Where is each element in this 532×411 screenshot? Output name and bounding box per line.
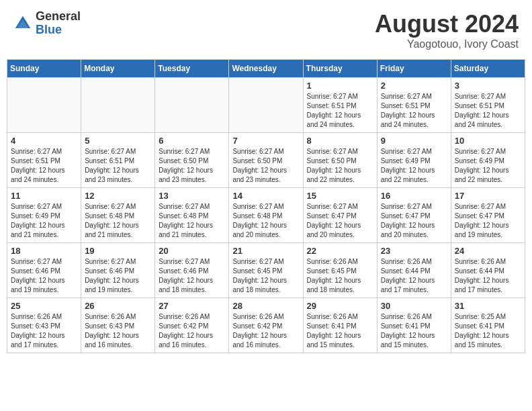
day-info: Sunrise: 6:27 AM Sunset: 6:46 PM Dayligh… <box>159 257 225 295</box>
day-info: Sunrise: 6:26 AM Sunset: 6:43 PM Dayligh… <box>85 312 151 350</box>
weekday-header-thursday: Thursday <box>303 60 377 78</box>
day-cell: 11Sunrise: 6:27 AM Sunset: 6:49 PM Dayli… <box>7 188 81 243</box>
day-cell: 2Sunrise: 6:27 AM Sunset: 6:51 PM Daylig… <box>377 78 451 133</box>
day-info: Sunrise: 6:26 AM Sunset: 6:42 PM Dayligh… <box>232 312 299 350</box>
day-info: Sunrise: 6:27 AM Sunset: 6:49 PM Dayligh… <box>455 147 521 185</box>
day-number: 25 <box>11 301 77 311</box>
day-number: 29 <box>307 301 373 311</box>
day-number: 10 <box>455 136 521 146</box>
weekday-header-monday: Monday <box>81 60 155 78</box>
day-info: Sunrise: 6:27 AM Sunset: 6:51 PM Dayligh… <box>11 147 77 185</box>
day-info: Sunrise: 6:26 AM Sunset: 6:44 PM Dayligh… <box>381 257 447 295</box>
day-cell: 12Sunrise: 6:27 AM Sunset: 6:48 PM Dayli… <box>81 188 155 243</box>
day-cell: 13Sunrise: 6:27 AM Sunset: 6:48 PM Dayli… <box>155 188 229 243</box>
week-row-1: 1Sunrise: 6:27 AM Sunset: 6:51 PM Daylig… <box>7 78 525 133</box>
day-cell: 18Sunrise: 6:27 AM Sunset: 6:46 PM Dayli… <box>7 243 81 298</box>
day-info: Sunrise: 6:27 AM Sunset: 6:48 PM Dayligh… <box>159 202 225 240</box>
day-cell: 6Sunrise: 6:27 AM Sunset: 6:50 PM Daylig… <box>155 133 229 188</box>
day-cell <box>229 78 303 133</box>
day-info: Sunrise: 6:27 AM Sunset: 6:51 PM Dayligh… <box>85 147 151 185</box>
day-cell: 27Sunrise: 6:26 AM Sunset: 6:42 PM Dayli… <box>155 298 229 353</box>
day-number: 1 <box>307 81 373 91</box>
day-number: 9 <box>381 136 447 146</box>
week-row-3: 11Sunrise: 6:27 AM Sunset: 6:49 PM Dayli… <box>7 188 525 243</box>
day-cell: 4Sunrise: 6:27 AM Sunset: 6:51 PM Daylig… <box>7 133 81 188</box>
day-info: Sunrise: 6:26 AM Sunset: 6:43 PM Dayligh… <box>11 312 77 350</box>
weekday-header-row: SundayMondayTuesdayWednesdayThursdayFrid… <box>7 60 525 78</box>
day-cell: 24Sunrise: 6:26 AM Sunset: 6:44 PM Dayli… <box>451 243 525 298</box>
title-block: August 2024 Yaogotouo, Ivory Coast <box>375 10 519 50</box>
weekday-header-tuesday: Tuesday <box>155 60 229 78</box>
logo-blue: Blue <box>36 24 81 37</box>
day-number: 26 <box>85 301 151 311</box>
location: Yaogotouo, Ivory Coast <box>375 38 519 50</box>
day-info: Sunrise: 6:27 AM Sunset: 6:50 PM Dayligh… <box>307 147 373 185</box>
week-row-4: 18Sunrise: 6:27 AM Sunset: 6:46 PM Dayli… <box>7 243 525 298</box>
day-cell: 3Sunrise: 6:27 AM Sunset: 6:51 PM Daylig… <box>451 78 525 133</box>
day-info: Sunrise: 6:27 AM Sunset: 6:47 PM Dayligh… <box>307 202 373 240</box>
week-row-2: 4Sunrise: 6:27 AM Sunset: 6:51 PM Daylig… <box>7 133 525 188</box>
calendar-table: SundayMondayTuesdayWednesdayThursdayFrid… <box>7 59 525 353</box>
day-number: 5 <box>85 136 151 146</box>
logo-icon <box>13 14 32 33</box>
day-info: Sunrise: 6:27 AM Sunset: 6:45 PM Dayligh… <box>232 257 299 295</box>
day-cell <box>7 78 81 133</box>
day-info: Sunrise: 6:25 AM Sunset: 6:41 PM Dayligh… <box>455 312 521 350</box>
day-number: 18 <box>11 246 77 256</box>
day-number: 11 <box>11 191 77 201</box>
day-number: 24 <box>455 246 521 256</box>
day-number: 12 <box>85 191 151 201</box>
day-number: 23 <box>381 246 447 256</box>
day-cell: 29Sunrise: 6:26 AM Sunset: 6:41 PM Dayli… <box>303 298 377 353</box>
day-number: 20 <box>159 246 225 256</box>
day-cell <box>155 78 229 133</box>
day-info: Sunrise: 6:26 AM Sunset: 6:41 PM Dayligh… <box>381 312 447 350</box>
day-info: Sunrise: 6:27 AM Sunset: 6:48 PM Dayligh… <box>85 202 151 240</box>
day-cell: 26Sunrise: 6:26 AM Sunset: 6:43 PM Dayli… <box>81 298 155 353</box>
day-cell: 20Sunrise: 6:27 AM Sunset: 6:46 PM Dayli… <box>155 243 229 298</box>
day-info: Sunrise: 6:27 AM Sunset: 6:46 PM Dayligh… <box>85 257 151 295</box>
day-cell: 15Sunrise: 6:27 AM Sunset: 6:47 PM Dayli… <box>303 188 377 243</box>
day-cell: 16Sunrise: 6:27 AM Sunset: 6:47 PM Dayli… <box>377 188 451 243</box>
day-cell: 25Sunrise: 6:26 AM Sunset: 6:43 PM Dayli… <box>7 298 81 353</box>
day-cell: 5Sunrise: 6:27 AM Sunset: 6:51 PM Daylig… <box>81 133 155 188</box>
day-number: 21 <box>232 246 299 256</box>
day-info: Sunrise: 6:27 AM Sunset: 6:51 PM Dayligh… <box>455 92 521 130</box>
day-number: 15 <box>307 191 373 201</box>
day-info: Sunrise: 6:26 AM Sunset: 6:41 PM Dayligh… <box>307 312 373 350</box>
day-info: Sunrise: 6:27 AM Sunset: 6:50 PM Dayligh… <box>232 147 299 185</box>
day-info: Sunrise: 6:27 AM Sunset: 6:48 PM Dayligh… <box>232 202 299 240</box>
day-number: 6 <box>159 136 225 146</box>
page-header: General Blue August 2024 Yaogotouo, Ivor… <box>7 7 525 54</box>
month-year: August 2024 <box>375 10 519 38</box>
day-cell: 9Sunrise: 6:27 AM Sunset: 6:49 PM Daylig… <box>377 133 451 188</box>
day-info: Sunrise: 6:27 AM Sunset: 6:49 PM Dayligh… <box>381 147 447 185</box>
day-number: 4 <box>11 136 77 146</box>
day-cell: 19Sunrise: 6:27 AM Sunset: 6:46 PM Dayli… <box>81 243 155 298</box>
day-cell: 31Sunrise: 6:25 AM Sunset: 6:41 PM Dayli… <box>451 298 525 353</box>
day-number: 30 <box>381 301 447 311</box>
day-number: 19 <box>85 246 151 256</box>
day-number: 22 <box>307 246 373 256</box>
day-info: Sunrise: 6:26 AM Sunset: 6:42 PM Dayligh… <box>159 312 225 350</box>
day-cell: 21Sunrise: 6:27 AM Sunset: 6:45 PM Dayli… <box>229 243 303 298</box>
weekday-header-wednesday: Wednesday <box>229 60 303 78</box>
day-cell: 17Sunrise: 6:27 AM Sunset: 6:47 PM Dayli… <box>451 188 525 243</box>
day-cell: 1Sunrise: 6:27 AM Sunset: 6:51 PM Daylig… <box>303 78 377 133</box>
day-cell: 22Sunrise: 6:26 AM Sunset: 6:45 PM Dayli… <box>303 243 377 298</box>
day-number: 27 <box>159 301 225 311</box>
day-info: Sunrise: 6:27 AM Sunset: 6:47 PM Dayligh… <box>381 202 447 240</box>
day-number: 17 <box>455 191 521 201</box>
day-number: 16 <box>381 191 447 201</box>
day-info: Sunrise: 6:27 AM Sunset: 6:46 PM Dayligh… <box>11 257 77 295</box>
weekday-header-saturday: Saturday <box>451 60 525 78</box>
day-info: Sunrise: 6:27 AM Sunset: 6:49 PM Dayligh… <box>11 202 77 240</box>
weekday-header-friday: Friday <box>377 60 451 78</box>
day-number: 13 <box>159 191 225 201</box>
day-info: Sunrise: 6:27 AM Sunset: 6:47 PM Dayligh… <box>455 202 521 240</box>
day-number: 7 <box>232 136 299 146</box>
weekday-header-sunday: Sunday <box>7 60 81 78</box>
day-number: 3 <box>455 81 521 91</box>
day-cell: 8Sunrise: 6:27 AM Sunset: 6:50 PM Daylig… <box>303 133 377 188</box>
day-info: Sunrise: 6:26 AM Sunset: 6:44 PM Dayligh… <box>455 257 521 295</box>
